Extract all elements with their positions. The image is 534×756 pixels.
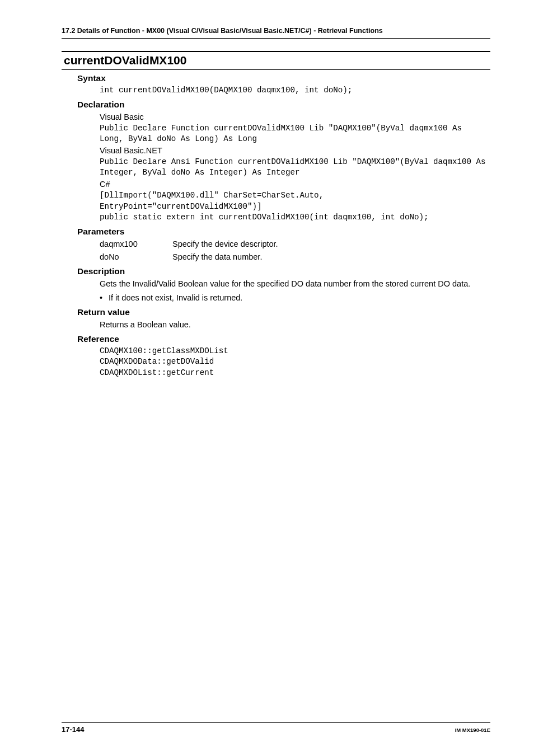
divider-top (62, 38, 490, 39)
page-footer: 17-144 IM MX190-01E (62, 722, 490, 734)
param-name: doNo (100, 251, 172, 263)
param-name: daqmx100 (100, 238, 172, 250)
syntax-code: int currentDOValidMX100(DAQMX100 daqmx10… (100, 85, 490, 96)
breadcrumb: 17.2 Details of Function - MX00 (Visual … (62, 27, 490, 35)
vbnet-label: Visual Basic.NET (100, 145, 490, 157)
vb-code: Public Declare Function currentDOValidMX… (100, 123, 490, 145)
reference-heading: Reference (77, 334, 490, 344)
reference-code: CDAQMX100::getClassMXDOList CDAQMXDOData… (100, 346, 490, 379)
param-desc: Specify the data number. (172, 251, 262, 263)
footer-rule (62, 722, 490, 723)
vbnet-code: Public Declare Ansi Function currentDOVa… (100, 157, 490, 179)
csharp-code: [DllImport("DAQMX100.dll" CharSet=CharSe… (100, 190, 490, 223)
param-desc: Specify the device descriptor. (172, 238, 278, 250)
title-rule-top (62, 51, 490, 52)
vb-label: Visual Basic (100, 111, 490, 123)
csharp-label: C# (100, 179, 490, 190)
bullet-text: If it does not exist, Invalid is returne… (109, 292, 242, 304)
declaration-heading: Declaration (77, 100, 490, 110)
return-text: Returns a Boolean value. (100, 319, 490, 331)
parameters-heading: Parameters (77, 227, 490, 237)
title-rule-bottom (62, 69, 490, 70)
page-number: 17-144 (62, 725, 84, 734)
function-title: currentDOValidMX100 (64, 54, 490, 67)
description-bullet: • If it does not exist, Invalid is retur… (100, 292, 490, 304)
description-heading: Description (77, 266, 490, 276)
document-id: IM MX190-01E (455, 727, 490, 733)
return-heading: Return value (77, 307, 490, 317)
param-row: doNo Specify the data number. (100, 251, 490, 263)
description-text: Gets the Invalid/Valid Boolean value for… (100, 278, 490, 290)
bullet-icon: • (100, 292, 109, 304)
syntax-heading: Syntax (77, 73, 490, 83)
param-row: daqmx100 Specify the device descriptor. (100, 238, 490, 250)
